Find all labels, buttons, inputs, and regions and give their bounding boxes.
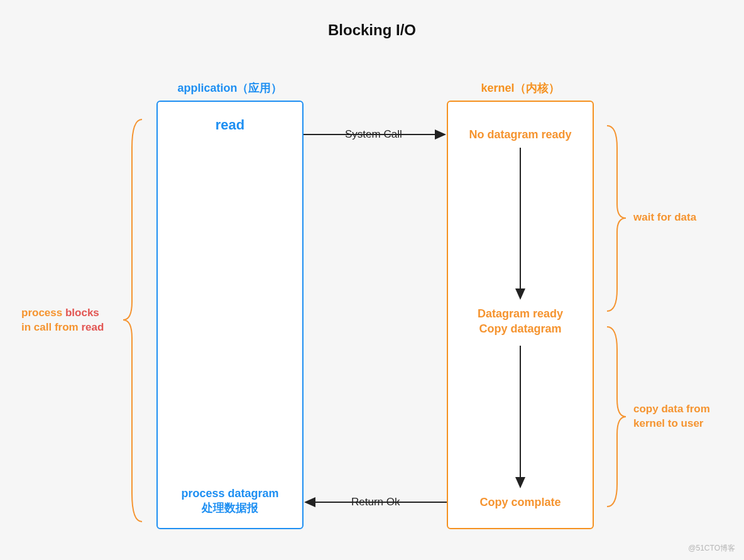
left-anno-incall: in call from: [21, 321, 81, 333]
left-anno-read: read: [81, 321, 104, 333]
diagram-title: Blocking I/O: [0, 21, 744, 39]
kernel-copy-datagram: Copy datagram: [479, 322, 561, 335]
left-annotation: process blocks in call from read: [21, 306, 104, 335]
right-annotation-copy: copy data from kernel to user: [633, 402, 710, 431]
app-read-label: read: [158, 117, 302, 133]
application-header: application（应用）: [156, 80, 304, 96]
system-call-label: System Call: [342, 128, 405, 141]
kernel-datagram-ready: Datagram ready Copy datagram: [448, 306, 593, 337]
svg-overlay: [0, 0, 744, 560]
kernel-datagram-ready-line1: Datagram ready: [478, 307, 563, 320]
kernel-copy-complete: Copy complate: [448, 495, 593, 510]
application-box: read process datagram 处理数据报: [156, 101, 304, 529]
right-anno-copy-line1: copy data from: [633, 403, 710, 415]
app-process-datagram-label: process datagram 处理数据报: [158, 487, 302, 515]
watermark: @51CTO博客: [688, 543, 735, 554]
kernel-header: kernel（内核）: [447, 80, 594, 96]
left-anno-process: process: [21, 307, 65, 319]
app-process-datagram-en: process datagram: [181, 487, 278, 500]
left-anno-blocks: blocks: [65, 307, 99, 319]
right-anno-copy-line2: kernel to user: [633, 417, 704, 429]
return-ok-label: Return Ok: [349, 496, 402, 508]
right-annotation-wait: wait for data: [633, 211, 696, 225]
kernel-box: No datagram ready Datagram ready Copy da…: [447, 101, 594, 529]
app-process-datagram-cn: 处理数据报: [202, 502, 258, 514]
brace-right-wait: [607, 126, 626, 311]
brace-right-copy: [607, 327, 626, 507]
kernel-no-datagram: No datagram ready: [448, 127, 593, 142]
brace-left: [123, 119, 142, 522]
